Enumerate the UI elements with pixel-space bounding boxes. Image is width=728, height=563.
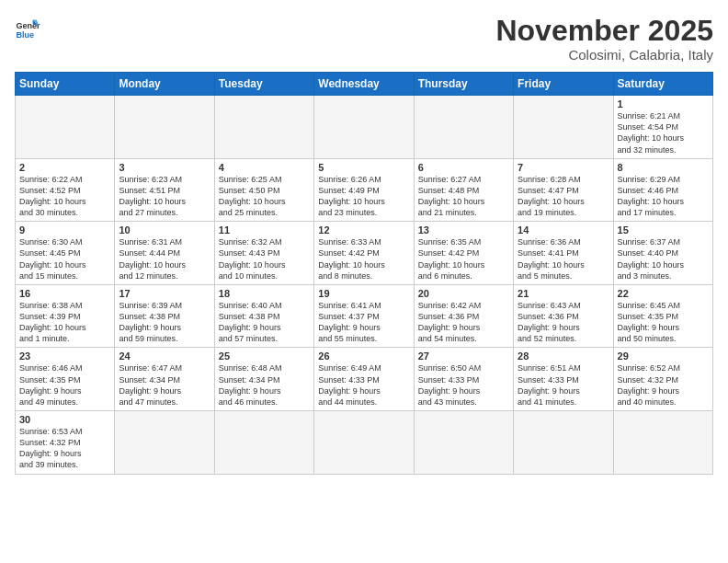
- calendar-week-row: 23Sunrise: 6:46 AM Sunset: 4:35 PM Dayli…: [16, 348, 713, 411]
- table-row: 2Sunrise: 6:22 AM Sunset: 4:52 PM Daylig…: [16, 158, 115, 222]
- calendar-week-row: 16Sunrise: 6:38 AM Sunset: 4:39 PM Dayli…: [16, 284, 713, 348]
- calendar: Sunday Monday Tuesday Wednesday Thursday…: [15, 72, 713, 474]
- table-row: 8Sunrise: 6:29 AM Sunset: 4:46 PM Daylig…: [613, 158, 712, 222]
- day-number: 19: [318, 288, 409, 299]
- table-row: 11Sunrise: 6:32 AM Sunset: 4:43 PM Dayli…: [214, 222, 313, 285]
- day-number: 3: [119, 162, 210, 173]
- day-number: 21: [518, 288, 609, 299]
- day-number: 12: [318, 224, 409, 236]
- calendar-week-row: 30Sunrise: 6:53 AM Sunset: 4:32 PM Dayli…: [16, 411, 713, 475]
- svg-text:Blue: Blue: [16, 30, 34, 40]
- table-row: [214, 96, 313, 159]
- table-row: [16, 96, 115, 159]
- day-info: Sunrise: 6:47 AM Sunset: 4:34 PM Dayligh…: [119, 362, 210, 408]
- day-info: Sunrise: 6:30 AM Sunset: 4:45 PM Dayligh…: [19, 236, 110, 282]
- table-row: 10Sunrise: 6:31 AM Sunset: 4:44 PM Dayli…: [115, 222, 214, 285]
- day-info: Sunrise: 6:23 AM Sunset: 4:51 PM Dayligh…: [119, 174, 210, 219]
- day-info: Sunrise: 6:35 AM Sunset: 4:42 PM Dayligh…: [418, 236, 509, 282]
- day-number: 22: [618, 288, 709, 299]
- location-title: Colosimi, Calabria, Italy: [495, 47, 713, 63]
- table-row: [613, 411, 712, 475]
- day-number: 15: [618, 224, 709, 236]
- day-number: 27: [418, 350, 509, 362]
- day-info: Sunrise: 6:53 AM Sunset: 4:32 PM Dayligh…: [19, 426, 110, 471]
- table-row: 26Sunrise: 6:49 AM Sunset: 4:33 PM Dayli…: [314, 348, 414, 411]
- table-row: 16Sunrise: 6:38 AM Sunset: 4:39 PM Dayli…: [16, 284, 115, 348]
- table-row: 24Sunrise: 6:47 AM Sunset: 4:34 PM Dayli…: [115, 348, 214, 411]
- day-info: Sunrise: 6:36 AM Sunset: 4:41 PM Dayligh…: [518, 236, 609, 282]
- day-info: Sunrise: 6:45 AM Sunset: 4:35 PM Dayligh…: [618, 300, 709, 345]
- col-saturday: Saturday: [613, 73, 712, 96]
- table-row: 3Sunrise: 6:23 AM Sunset: 4:51 PM Daylig…: [115, 158, 214, 222]
- day-info: Sunrise: 6:48 AM Sunset: 4:34 PM Dayligh…: [219, 362, 310, 408]
- table-row: 19Sunrise: 6:41 AM Sunset: 4:37 PM Dayli…: [314, 284, 414, 348]
- page: General Blue November 2025 Colosimi, Cal…: [0, 0, 728, 563]
- logo: General Blue: [15, 15, 40, 40]
- day-info: Sunrise: 6:31 AM Sunset: 4:44 PM Dayligh…: [119, 236, 210, 282]
- day-number: 13: [418, 224, 509, 236]
- table-row: [514, 411, 613, 475]
- day-number: 17: [119, 288, 210, 299]
- calendar-week-row: 1Sunrise: 6:21 AM Sunset: 4:54 PM Daylig…: [16, 96, 713, 159]
- table-row: [414, 411, 513, 475]
- day-number: 6: [418, 162, 509, 173]
- col-friday: Friday: [514, 73, 613, 96]
- header: General Blue November 2025 Colosimi, Cal…: [15, 15, 713, 63]
- day-number: 25: [219, 350, 310, 362]
- table-row: 23Sunrise: 6:46 AM Sunset: 4:35 PM Dayli…: [16, 348, 115, 411]
- day-info: Sunrise: 6:29 AM Sunset: 4:46 PM Dayligh…: [618, 174, 709, 219]
- day-number: 10: [119, 224, 210, 236]
- day-info: Sunrise: 6:33 AM Sunset: 4:42 PM Dayligh…: [318, 236, 409, 282]
- day-number: 16: [19, 288, 110, 299]
- day-info: Sunrise: 6:37 AM Sunset: 4:40 PM Dayligh…: [618, 236, 709, 282]
- table-row: 1Sunrise: 6:21 AM Sunset: 4:54 PM Daylig…: [613, 96, 712, 159]
- table-row: 15Sunrise: 6:37 AM Sunset: 4:40 PM Dayli…: [613, 222, 712, 285]
- table-row: 30Sunrise: 6:53 AM Sunset: 4:32 PM Dayli…: [16, 411, 115, 475]
- day-info: Sunrise: 6:28 AM Sunset: 4:47 PM Dayligh…: [518, 174, 609, 219]
- col-monday: Monday: [115, 73, 214, 96]
- day-info: Sunrise: 6:32 AM Sunset: 4:43 PM Dayligh…: [219, 236, 310, 282]
- day-info: Sunrise: 6:21 AM Sunset: 4:54 PM Dayligh…: [618, 110, 709, 155]
- table-row: 17Sunrise: 6:39 AM Sunset: 4:38 PM Dayli…: [115, 284, 214, 348]
- table-row: 29Sunrise: 6:52 AM Sunset: 4:32 PM Dayli…: [613, 348, 712, 411]
- day-number: 30: [19, 414, 110, 425]
- day-number: 18: [219, 288, 310, 299]
- table-row: [514, 96, 613, 159]
- day-number: 11: [219, 224, 310, 236]
- col-tuesday: Tuesday: [214, 73, 313, 96]
- table-row: 18Sunrise: 6:40 AM Sunset: 4:38 PM Dayli…: [214, 284, 313, 348]
- table-row: 5Sunrise: 6:26 AM Sunset: 4:49 PM Daylig…: [314, 158, 414, 222]
- day-info: Sunrise: 6:40 AM Sunset: 4:38 PM Dayligh…: [219, 300, 310, 345]
- table-row: 21Sunrise: 6:43 AM Sunset: 4:36 PM Dayli…: [514, 284, 613, 348]
- day-info: Sunrise: 6:38 AM Sunset: 4:39 PM Dayligh…: [19, 300, 110, 345]
- day-info: Sunrise: 6:26 AM Sunset: 4:49 PM Dayligh…: [318, 174, 409, 219]
- table-row: 28Sunrise: 6:51 AM Sunset: 4:33 PM Dayli…: [514, 348, 613, 411]
- calendar-header-row: Sunday Monday Tuesday Wednesday Thursday…: [16, 73, 713, 96]
- day-number: 20: [418, 288, 509, 299]
- table-row: [214, 411, 313, 475]
- day-number: 28: [518, 350, 609, 362]
- day-number: 5: [318, 162, 409, 173]
- table-row: 6Sunrise: 6:27 AM Sunset: 4:48 PM Daylig…: [414, 158, 513, 222]
- day-info: Sunrise: 6:25 AM Sunset: 4:50 PM Dayligh…: [219, 174, 310, 219]
- day-number: 9: [19, 224, 110, 236]
- calendar-week-row: 9Sunrise: 6:30 AM Sunset: 4:45 PM Daylig…: [16, 222, 713, 285]
- day-number: 24: [119, 350, 210, 362]
- col-wednesday: Wednesday: [314, 73, 414, 96]
- day-info: Sunrise: 6:39 AM Sunset: 4:38 PM Dayligh…: [119, 300, 210, 345]
- table-row: [414, 96, 513, 159]
- day-info: Sunrise: 6:46 AM Sunset: 4:35 PM Dayligh…: [19, 362, 110, 408]
- table-row: 9Sunrise: 6:30 AM Sunset: 4:45 PM Daylig…: [16, 222, 115, 285]
- table-row: [115, 96, 214, 159]
- table-row: [314, 411, 414, 475]
- calendar-week-row: 2Sunrise: 6:22 AM Sunset: 4:52 PM Daylig…: [16, 158, 713, 222]
- day-number: 29: [618, 350, 709, 362]
- day-number: 4: [219, 162, 310, 173]
- title-block: November 2025 Colosimi, Calabria, Italy: [495, 15, 713, 63]
- day-number: 1: [618, 98, 709, 109]
- col-sunday: Sunday: [16, 73, 115, 96]
- day-info: Sunrise: 6:27 AM Sunset: 4:48 PM Dayligh…: [418, 174, 509, 219]
- table-row: 22Sunrise: 6:45 AM Sunset: 4:35 PM Dayli…: [613, 284, 712, 348]
- day-info: Sunrise: 6:41 AM Sunset: 4:37 PM Dayligh…: [318, 300, 409, 345]
- table-row: 27Sunrise: 6:50 AM Sunset: 4:33 PM Dayli…: [414, 348, 513, 411]
